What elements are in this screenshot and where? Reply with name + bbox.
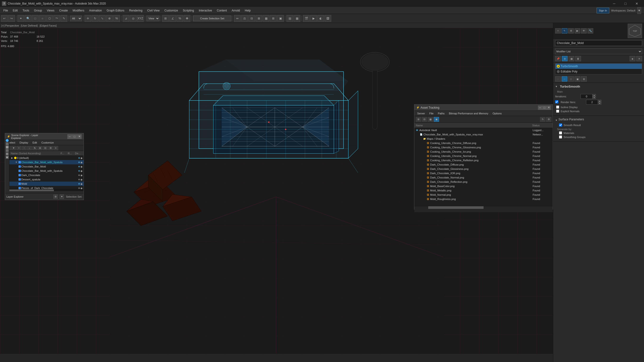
se-menu-edit[interactable]: Edit [31,141,39,144]
render-frame-button[interactable]: ▶ [310,15,317,22]
menu-customize[interactable]: Customize [162,8,180,13]
sign-in-button[interactable]: Sign In [596,8,609,13]
at-menu-file[interactable]: File [427,111,436,115]
delete-modifier-btn[interactable]: 🗑 [575,56,581,61]
place-highlight-button[interactable]: ▦ [263,15,270,22]
se-row-mold-obj[interactable]: Mold ❄◉ [9,182,84,186]
at-row-tex-11[interactable]: 🖼 Mold_BaseColor.png Found [414,184,553,188]
at-tool-4[interactable]: ▣ [434,117,439,122]
border-btn[interactable]: □ [568,76,574,82]
menu-arnold[interactable]: Arnold [229,8,242,13]
select-center-button[interactable]: ◎ [130,15,136,22]
align-to-view-button[interactable]: ▣ [277,15,284,22]
se-expand-default[interactable]: ▶ [10,156,14,160]
render-iters-up-btn[interactable]: ▲ [598,100,601,102]
lasso-select-button[interactable]: 〜 [54,15,60,22]
make-unique-btn[interactable]: ◈ [630,56,636,61]
iterations-up-btn[interactable]: ▲ [592,94,596,96]
quick-align-button[interactable]: ⊟ [248,15,255,22]
at-row-tex-12[interactable]: 🖼 Mold_Metallic.png Found [414,188,553,193]
render-iters-checkbox[interactable] [555,100,558,103]
rp-scroll[interactable]: Modifier List 📌 ⊞ ▦ 🗑 ◈ ✕ ● TurboSmooth … [553,39,644,362]
scene-explorer-minimize-button[interactable]: ─ [67,134,72,139]
se-row-group[interactable]: ▼ Chocolate_Bar_Mold_with_Spatula ❄◉ [9,160,84,164]
maximize-button[interactable]: □ [620,0,631,7]
at-row-tex-2[interactable]: 🖼 Cooking_Utensils_Chrome_Glossiness.png… [414,145,553,150]
rp-modify-tab[interactable]: ✎ [562,28,567,33]
turbosmooth-collapse-arrow[interactable]: ▼ [555,85,558,88]
rp-utilities-tab[interactable]: 🔧 [588,28,593,33]
modifier-stack-btn[interactable]: ▦ [568,56,574,61]
filter-dropdown[interactable]: All [70,15,82,21]
explicit-normals-checkbox[interactable] [556,110,559,113]
at-row-maps[interactable]: 📁 Maps / Shaders [414,137,553,141]
vertex-btn[interactable]: · [555,76,561,82]
at-row-vault[interactable]: 🏛 Autodesk Vault Logged... [414,128,553,132]
layer-manager-button[interactable]: ▤ [286,15,293,22]
render-iters-input[interactable] [586,100,598,105]
at-row-tex-7[interactable]: 🖼 Dark_Chocolate_Glossiness.png Found [414,167,553,171]
menu-views[interactable]: Views [44,8,57,13]
fence-select-button[interactable]: ⬡ [46,15,53,22]
menu-group[interactable]: Group [32,8,44,13]
smooth-result-checkbox[interactable] [559,123,562,127]
at-refresh-btn[interactable]: ↻ [540,117,545,122]
at-content[interactable]: 🏛 Autodesk Vault Logged... 📄 Chocolate_B… [414,128,553,206]
edge-btn[interactable]: ─ [562,76,567,82]
rp-display-tab[interactable]: 👁 [581,28,587,33]
menu-tools[interactable]: Tools [20,8,32,13]
at-tool-3[interactable]: ▦ [428,117,433,122]
menu-modifiers[interactable]: Modifiers [70,8,87,13]
rendered-frame-button[interactable]: 🖼 [324,15,331,22]
rp-create-tab[interactable]: + [555,28,561,33]
at-row-tex-14[interactable]: 🖼 Mold_Roughness.png Found [414,197,553,201]
menu-file[interactable]: File [1,8,10,13]
mirror-button[interactable]: ⇔ [234,15,241,22]
at-row-tex-4[interactable]: 🖼 Cooking_Utensils_Chrome_Normal.png Fou… [414,154,553,158]
menu-animation[interactable]: Animation [87,8,104,13]
menu-content[interactable]: Content [214,8,229,13]
menu-edit[interactable]: Edit [10,8,20,13]
at-menu-options[interactable]: Options [491,111,504,115]
rect-select-button[interactable]: □ [32,15,38,22]
redo-button[interactable]: ↪ [8,15,15,22]
select-rotate-button[interactable]: ↻ [92,15,98,22]
at-menu-bitmap[interactable]: Bitmap Performance and Memory [447,111,490,115]
se-expand-btn[interactable]: ⊞ [38,146,42,150]
se-menu-display[interactable]: Display [18,141,30,144]
align-camera-button[interactable]: ⊞ [270,15,276,22]
at-row-maxfile[interactable]: 📄 Chocolate_Bar_Mold_with_Spatula_max_vr… [414,132,553,137]
align-button[interactable]: ⚖ [241,15,248,22]
poly-btn[interactable]: ▣ [574,76,580,82]
menu-help[interactable]: Help [242,8,253,13]
at-restore-button[interactable]: □ [542,105,546,110]
at-horizontal-scrollbar[interactable] [414,206,553,209]
rp-hierarchy-tab[interactable]: ⚙ [568,28,574,33]
se-filter-btn[interactable]: ▼ [11,146,16,150]
at-settings-btn[interactable]: ⚙ [546,117,551,122]
iterations-input[interactable] [580,94,592,99]
workspaces-dropdown[interactable]: ▼ [637,7,641,14]
remove-modifier-btn[interactable]: ✕ [636,56,642,61]
modifier-configure-btn[interactable]: ⊞ [562,56,568,61]
se-up-btn[interactable]: ↑ [22,146,26,150]
rp-motion-tab[interactable]: ▶ [574,28,580,33]
modifier-turbosmooth[interactable]: ● TurboSmooth [556,64,642,69]
se-options-btn[interactable]: ⚙ [48,146,53,150]
se-add-btn[interactable]: + [16,146,21,150]
at-row-tex-3[interactable]: 🖼 Cooking_Utensils_Chrome_Ior.png Found [414,150,553,154]
at-row-tex-13[interactable]: 🖼 Mold_Normal.png Found [414,193,553,197]
use-pivot-button[interactable]: ⊿ [122,15,129,22]
modifier-list-dropdown[interactable]: Modifier List [555,48,642,54]
menu-create[interactable]: Create [57,8,70,13]
se-down-btn[interactable]: ↓ [27,146,32,150]
smoothing-groups-checkbox[interactable] [559,135,562,139]
menu-interactive[interactable]: Interactive [196,8,214,13]
se-sort-btn[interactable]: ⇅ [32,146,37,150]
se-more-btn[interactable]: ≡ [54,146,58,150]
snap-spinner-button[interactable]: ✤ [184,15,190,22]
at-row-tex-1[interactable]: 🖼 Cooking_Utensils_Chrome_Diffuse.png Fo… [414,141,553,145]
smart-select-button[interactable]: % [113,15,120,22]
normal-align-button[interactable]: ⊠ [256,15,262,22]
render-iters-down-btn[interactable]: ▼ [598,102,601,105]
